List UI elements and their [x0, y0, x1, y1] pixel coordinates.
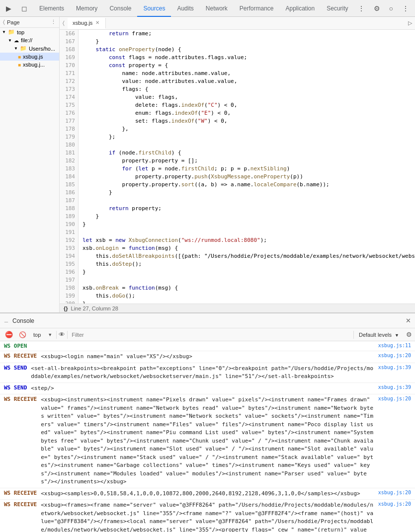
- chevron-down-icon-3: ▼: [14, 46, 18, 51]
- line-number: 196: [60, 268, 78, 276]
- message-tag: WS SEND: [4, 365, 27, 371]
- line-number: 199: [60, 292, 78, 300]
- eye-icon[interactable]: 👁: [59, 331, 65, 338]
- code-line: delete: flags.indexOf("C") < 0,: [83, 101, 411, 109]
- line-number: 179: [60, 133, 78, 141]
- console-drag-handle: ⚊: [4, 318, 8, 323]
- console-top-label[interactable]: top: [30, 331, 44, 339]
- tab-audits[interactable]: Audits: [171, 0, 199, 17]
- console-message: WS RECEIVE<xsbug><login name="main" valu…: [0, 351, 415, 363]
- code-line: const property = {: [83, 62, 411, 70]
- line-number: 180: [60, 141, 78, 149]
- message-content: <xsbug><instruments><instrument name="Pi…: [41, 396, 374, 486]
- code-line: }: [83, 268, 411, 276]
- line-number: 188: [60, 205, 78, 213]
- dropdown-arrow-icon[interactable]: ▼: [46, 331, 54, 338]
- devtools-window: ▶ ◻ Elements Memory Console Sources Audi…: [0, 0, 415, 532]
- file-tab-xsbug[interactable]: xsbug.js ✕: [68, 18, 106, 29]
- tab-application[interactable]: Application: [280, 0, 321, 17]
- line-number: 189: [60, 213, 78, 221]
- code-line: [83, 197, 411, 205]
- message-link[interactable]: xsbug.js:20: [378, 353, 411, 358]
- message-tag: WS RECEIVE: [4, 501, 37, 508]
- tree-item-xsbug-j2[interactable]: ■ xsbug.j...: [0, 61, 59, 69]
- line-number: 171: [60, 70, 78, 77]
- tree-item-xsbug-js[interactable]: ■ xsbug.js: [0, 53, 59, 61]
- message-link[interactable]: xsbug.js:39: [378, 365, 411, 370]
- message-link[interactable]: xsbug.js:20: [378, 501, 411, 507]
- file-tab-close-icon[interactable]: ✕: [95, 20, 99, 25]
- tree-item-users[interactable]: ▼ 📁 Users/ho...: [0, 44, 59, 53]
- code-line: },: [83, 125, 411, 133]
- code-line: for (let p = node.firstChild; p; p = p.n…: [83, 165, 411, 173]
- message-link[interactable]: xsbug.js:20: [378, 396, 411, 401]
- user-icon[interactable]: ○: [387, 3, 395, 13]
- console-message: WS SEND<step/>xsbug.js:39: [0, 383, 415, 395]
- chevron-down-icon-2: ▼: [8, 38, 12, 43]
- message-content: <xsbug><samples>0,0,518,58,4,1,0,0,0,108…: [41, 490, 374, 498]
- tab-console[interactable]: Console: [103, 0, 137, 17]
- message-link[interactable]: xsbug.js:39: [378, 384, 411, 390]
- line-number: 186: [60, 189, 78, 197]
- code-line: if (node.firstChild) {: [83, 149, 411, 157]
- tab-memory[interactable]: Memory: [70, 0, 103, 17]
- js-file-icon-2: ■: [18, 62, 21, 68]
- console-settings-icon[interactable]: ⚙: [406, 331, 412, 338]
- code-line: value: flags,: [83, 93, 411, 101]
- line-number: 194: [60, 252, 78, 260]
- console-message: WS RECEIVE<xsbug><instruments><instrumen…: [0, 394, 415, 488]
- settings-icon[interactable]: ⚙: [372, 3, 382, 13]
- tab-elements[interactable]: Elements: [33, 0, 70, 17]
- line-number: 176: [60, 109, 78, 117]
- line-number: 175: [60, 101, 78, 109]
- inspect-icon[interactable]: ▶: [4, 3, 13, 13]
- code-line: xsb.onBreak = function(msg) {: [83, 284, 411, 292]
- code-editor[interactable]: 1661671681691701711721731741751761771781…: [60, 30, 415, 304]
- bracket-icon[interactable]: {}: [64, 305, 68, 311]
- message-link[interactable]: xsbug.js:11: [378, 343, 411, 348]
- menu-icon[interactable]: ⋮: [400, 3, 411, 13]
- back-icon[interactable]: 〈: [60, 20, 68, 26]
- console-clear-icon[interactable]: ⛔: [3, 330, 15, 339]
- separator-3: [353, 331, 354, 339]
- console-ban-icon[interactable]: 🚫: [17, 330, 28, 339]
- sidebar-dots-icon[interactable]: ⋮: [51, 19, 56, 25]
- code-line: xsb.onLogin = function(msg) {: [83, 244, 411, 252]
- tab-network[interactable]: Network: [200, 0, 234, 17]
- tree-item-file[interactable]: ▼ ☁ file://: [0, 36, 59, 44]
- expand-icon[interactable]: ▷: [405, 20, 415, 26]
- code-line: [83, 228, 411, 236]
- position-label: Line 27, Column 28: [71, 305, 118, 311]
- folder-icon: 📁: [8, 29, 15, 35]
- message-tag: WS SEND: [4, 384, 27, 391]
- code-line: this.doGo();: [83, 292, 411, 300]
- console-message: WS OPENxsbug.js:11: [0, 341, 415, 351]
- more-tools-icon[interactable]: ⋮: [356, 3, 367, 13]
- code-line: };: [83, 133, 411, 141]
- line-number: 172: [60, 77, 78, 85]
- tree-item-top[interactable]: ▼ 📁 top: [0, 28, 59, 36]
- console-close-button[interactable]: ✕: [406, 317, 411, 324]
- sources-panel: 〈 Page ⋮ ▼ 📁 top ▼ ☁ file:// ▼ 📁: [0, 17, 415, 313]
- message-link[interactable]: xsbug.js:20: [378, 490, 411, 495]
- console-message: WS RECEIVE<xsbug><samples>0,0,518,58,4,1…: [0, 488, 415, 500]
- sidebar-nav-left[interactable]: 〈: [3, 19, 5, 25]
- message-content: <xsbug><login name="main" value="XS"/></…: [41, 353, 374, 361]
- tab-performance[interactable]: Performance: [234, 0, 280, 17]
- line-number: 193: [60, 244, 78, 252]
- line-number: 190: [60, 221, 78, 228]
- levels-button[interactable]: Default levels ▼: [356, 331, 402, 339]
- console-message: WS RECEIVE<xsbug><frames><frame name="se…: [0, 500, 415, 532]
- code-line: name: node.attributes.name.value,: [83, 70, 411, 77]
- devtools-tabs: Elements Memory Console Sources Audits N…: [33, 0, 356, 17]
- cloud-icon: ☁: [14, 38, 19, 43]
- line-number: 192: [60, 236, 78, 244]
- chevron-down-icon: ▼: [2, 30, 6, 34]
- console-filter-input[interactable]: [70, 332, 351, 338]
- tab-security[interactable]: Security: [321, 0, 354, 17]
- code-line: value: node.attributes.value.value,: [83, 77, 411, 85]
- tab-sources[interactable]: Sources: [137, 0, 171, 17]
- line-number: 198: [60, 284, 78, 292]
- message-tag: WS RECEIVE: [4, 353, 37, 359]
- device-icon[interactable]: ◻: [19, 3, 29, 13]
